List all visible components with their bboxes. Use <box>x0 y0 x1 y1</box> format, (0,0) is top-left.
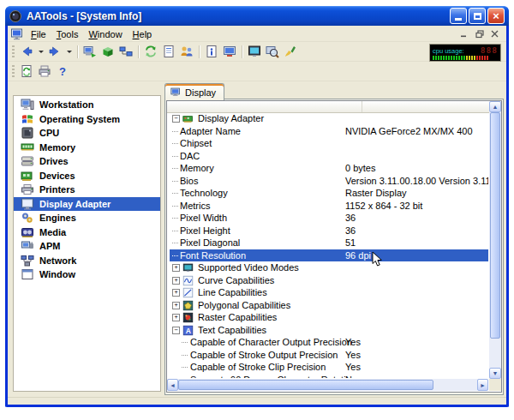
tree-row-curve-capabilities[interactable]: +Curve Capabilities <box>170 274 488 287</box>
vertical-scrollbar[interactable]: ▲ ▼ <box>489 101 501 379</box>
mdi-minimize-button[interactable] <box>457 28 470 39</box>
toolbar-grip[interactable] <box>12 65 15 77</box>
collapse-icon[interactable]: − <box>172 115 180 123</box>
expand-icon[interactable]: + <box>172 302 180 309</box>
toolbar-separator <box>77 45 78 58</box>
print-button[interactable] <box>36 63 53 80</box>
tree-row-raster-capabilities[interactable]: +Raster Capabilities <box>170 311 488 324</box>
menu-tools[interactable]: Tools <box>51 28 84 40</box>
tree-row-technology[interactable]: TechnologyRaster Display <box>170 187 488 200</box>
tree-row-metrics[interactable]: Metrics1152 x 864 - 32 bit <box>170 200 488 213</box>
search-tool-button[interactable] <box>264 44 281 60</box>
nav-back-button[interactable] <box>18 44 35 60</box>
search-tool-button-icon <box>266 45 279 58</box>
tree-connector <box>182 355 188 356</box>
tree-row-value: No <box>345 374 357 379</box>
collapse-icon[interactable]: − <box>172 327 180 334</box>
tree-row-chipset[interactable]: Chipset <box>170 137 488 150</box>
tree-row-label: Adapter Name <box>180 125 241 138</box>
packages-tool-button[interactable] <box>99 44 117 60</box>
sidebar-item-engines[interactable]: Engines <box>14 211 160 225</box>
sidebar-item-window[interactable]: Window <box>14 267 160 282</box>
property-column-header[interactable] <box>167 101 362 112</box>
tree-row-pixel-height[interactable]: Pixel Height36 <box>170 225 488 237</box>
tree-row-capable-of-stroke-clip-precision[interactable]: Capable of Stroke Clip PrecisionYes <box>170 361 488 374</box>
network-tool-button[interactable] <box>117 44 134 60</box>
tree-row-memory[interactable]: Memory0 bytes <box>170 162 488 175</box>
sidebar-item-printers[interactable]: Printers <box>14 183 160 197</box>
nav-forward-button-icon <box>48 45 62 58</box>
display-tool-button[interactable] <box>246 44 263 60</box>
sidebar-item-apm[interactable]: APM <box>14 239 160 254</box>
tree-row-supported-video-modes[interactable]: +Supported Video Modes <box>170 261 488 274</box>
horizontal-scrollbar[interactable]: ◄ ► <box>167 379 488 391</box>
content-panel: Display −Display AdapterAdapter NameNVID… <box>164 83 504 395</box>
tree-row-pixel-diagonal[interactable]: Pixel Diagonal51 <box>170 237 488 249</box>
sidebar-item-network[interactable]: Network <box>14 254 160 268</box>
vertical-scroll-thumb[interactable] <box>490 112 500 339</box>
update-report-button[interactable] <box>18 63 35 80</box>
report-tool-button[interactable] <box>160 44 177 60</box>
tab-display[interactable]: Display <box>164 83 224 100</box>
print-screen-tool-button[interactable] <box>221 44 238 60</box>
tree-row-bios[interactable]: BiosVersion 3.11.00.18.00 Version 3.11.0… <box>170 175 488 188</box>
cpu-usage-monitor: cpu usage: 888 <box>429 44 501 62</box>
maximize-button[interactable] <box>469 8 486 24</box>
tree-row-font-resolution[interactable]: Font Resolution96 dpi <box>170 249 488 262</box>
scroll-up-button[interactable]: ▲ <box>489 101 501 112</box>
tree-row-adapter-name[interactable]: Adapter NameNVIDIA GeForce2 MX/MX 400 <box>170 125 488 138</box>
scroll-right-button[interactable]: ► <box>477 379 488 391</box>
tree-row-capable-of-stroke-output-precision[interactable]: Capable of Stroke Output PrecisionYes <box>170 349 488 362</box>
sidebar-item-memory[interactable]: Memory <box>14 141 160 155</box>
nav-back-dropdown[interactable] <box>36 44 45 60</box>
menu-file[interactable]: File <box>26 28 51 40</box>
paint-tool-button[interactable] <box>282 44 299 60</box>
mdi-close-button[interactable] <box>488 28 501 39</box>
users-tool-button[interactable] <box>178 44 195 60</box>
system-menu-icon[interactable] <box>10 27 24 41</box>
tree-row-label: Chipset <box>180 137 212 150</box>
sidebar-item-devices[interactable]: Devices <box>14 169 160 183</box>
tree-row-polygonal-capabilities[interactable]: +Polygonal Capabilities <box>170 299 488 312</box>
tree-row-text-capabilities[interactable]: −AText Capabilities <box>170 324 488 337</box>
tree-row-display-adapter[interactable]: −Display Adapter <box>170 112 488 125</box>
sidebar-item-cpu[interactable]: CPU <box>14 126 160 141</box>
mdi-restore-button[interactable] <box>473 28 486 39</box>
sb-display-icon <box>21 197 34 211</box>
help-button[interactable]: ? <box>54 63 71 80</box>
sidebar-item-drives[interactable]: Drives <box>14 154 160 169</box>
menu-window[interactable]: Window <box>83 28 127 40</box>
tree-row-supports-90-degree-character-rotation[interactable]: Supports 90 Degree Character RotationNo <box>170 374 488 379</box>
sidebar-item-operating-system[interactable]: Operating System <box>14 112 160 127</box>
minimize-button[interactable] <box>450 8 467 24</box>
sidebar-item-display-adapter[interactable]: Display Adapter <box>14 197 160 212</box>
expand-icon[interactable]: + <box>172 264 180 272</box>
expand-icon[interactable]: + <box>172 277 180 285</box>
expand-icon[interactable]: + <box>172 314 180 321</box>
close-button[interactable]: × <box>487 8 505 24</box>
cpu-usage-led-meter <box>433 56 498 60</box>
tree-row-dac[interactable]: DAC <box>170 150 488 163</box>
system-info-tool-button[interactable] <box>203 44 220 60</box>
value-column-header[interactable] <box>362 101 489 112</box>
nav-forward-dropdown[interactable] <box>64 44 74 60</box>
tree-row-line-capabilities[interactable]: +Line Capabilities <box>170 286 488 299</box>
sidebar-item-media[interactable]: Media <box>14 225 160 240</box>
scroll-down-button[interactable]: ▼ <box>489 368 501 379</box>
toolbar-grip[interactable] <box>12 45 15 57</box>
tree-row-pixel-width[interactable]: Pixel Width36 <box>170 212 488 225</box>
print-screen-tool-button-icon <box>223 45 236 58</box>
refresh-tool-button[interactable] <box>142 44 159 60</box>
sidebar-item-label: Workstation <box>39 99 93 110</box>
horizontal-scroll-thumb[interactable] <box>178 380 433 390</box>
expand-icon[interactable]: + <box>172 289 180 297</box>
workstation-tool-button[interactable] <box>81 44 99 60</box>
title-bar[interactable]: AATools - [System Info] × <box>5 6 509 26</box>
tree-connector <box>172 193 178 194</box>
sidebar-item-workstation[interactable]: Workstation <box>14 98 160 112</box>
menu-help[interactable]: Help <box>128 28 158 40</box>
scroll-left-button[interactable]: ◄ <box>167 379 178 391</box>
tree-row-capable-of-character-output-precision[interactable]: Capable of Character Output PrecisionYes <box>170 336 488 349</box>
nav-forward-button[interactable] <box>46 44 63 60</box>
tree-column-header[interactable] <box>167 101 489 113</box>
